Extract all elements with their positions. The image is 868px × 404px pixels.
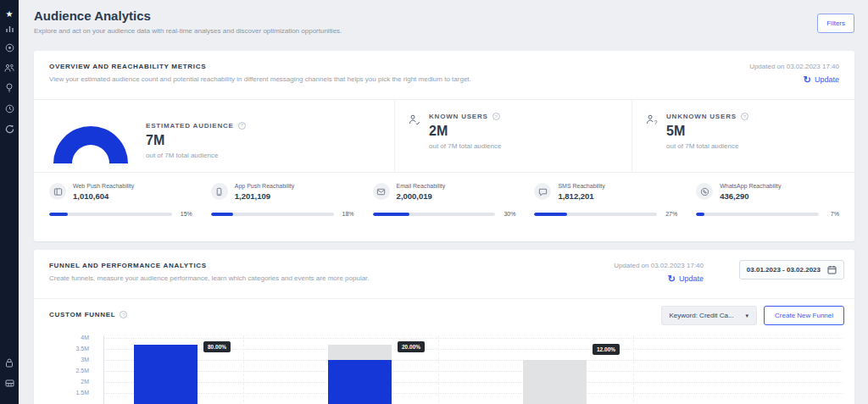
whatsapp-reachability: WhatsApp Reachability 436,290 7%	[696, 183, 839, 217]
info-icon[interactable]: ?	[492, 113, 500, 120]
overview-description: View your estimated audience count and p…	[49, 75, 839, 83]
estimated-audience-caption: out of 7M total audience	[146, 152, 246, 159]
estimated-audience-metric: ESTIMATED AUDIENCE ? 7M out of 7M total …	[34, 100, 394, 172]
create-new-funnel-button[interactable]: Create New Funnel	[764, 306, 844, 325]
chevron-down-icon: ▾	[746, 313, 749, 319]
web-push-progress	[49, 213, 172, 216]
sms-reachability: SMS Reachability 1,812,201 27%	[534, 183, 677, 217]
web-push-reachability: Web Push Reachability 1,010,604 15%	[49, 183, 192, 217]
funnel-bar-step-3	[523, 330, 587, 404]
overview-title: OVERVIEW AND REACHABILITY METRICS	[49, 63, 839, 70]
page-title: Audience Analytics	[34, 8, 854, 23]
whatsapp-progress	[696, 213, 819, 216]
info-icon[interactable]: ?	[741, 113, 748, 120]
star-icon[interactable]: ★	[0, 8, 19, 21]
calendar-icon	[827, 265, 837, 274]
conversion-badge: 20.00%	[398, 341, 425, 352]
date-range-picker[interactable]: 03.01.2023 - 03.02.2023	[739, 260, 844, 279]
y-tick: 2M	[81, 379, 89, 385]
user-question-icon: ?	[646, 113, 658, 172]
web-push-value: 1,010,604	[73, 191, 134, 201]
conversion-badge: 80.00%	[203, 341, 231, 352]
app-push-progress	[211, 213, 334, 216]
overview-update-label: Update	[815, 75, 839, 84]
email-reachability: Email Reachability 2,000,019 30%	[373, 183, 516, 217]
unknown-users-caption: out of 7M total audience	[666, 142, 748, 150]
web-push-percent: 15%	[179, 211, 192, 217]
filters-button[interactable]: Filters	[817, 14, 854, 33]
funnel-updated-timestamp: Updated on 03.02.2023 17:40	[614, 262, 704, 269]
funnel-update-label: Update	[679, 274, 704, 283]
funnel-bar-step-1	[134, 330, 198, 404]
web-push-icon	[49, 183, 66, 200]
grid-icon[interactable]	[0, 376, 19, 390]
custom-funnel-label: CUSTOM FUNNEL	[49, 311, 115, 318]
app-push-label: App Push Reachability	[235, 183, 294, 189]
app-push-reachability: App Push Reachability 1,201,109 18%	[211, 183, 354, 217]
estimated-audience-label: ESTIMATED AUDIENCE	[146, 122, 234, 130]
date-range-value: 03.01.2023 - 03.02.2023	[747, 266, 821, 274]
whatsapp-value: 436,290	[720, 191, 781, 201]
overview-card: OVERVIEW AND REACHABILITY METRICS View y…	[34, 51, 854, 241]
overview-card-header: OVERVIEW AND REACHABILITY METRICS View y…	[34, 51, 854, 100]
keyword-dropdown-value: Keyword: Credit Ca...	[670, 312, 734, 319]
info-icon[interactable]: ?	[120, 311, 127, 318]
overview-updated-timestamp: Updated on 03.02.2023 17:40	[749, 63, 839, 70]
y-tick: 2.5M	[75, 368, 89, 374]
email-label: Email Reachability	[397, 183, 446, 189]
estimated-audience-value: 7M	[146, 133, 246, 148]
email-icon	[373, 183, 390, 200]
refresh-icon[interactable]	[0, 122, 19, 136]
bar-chart-icon[interactable]	[0, 21, 19, 35]
chart-y-axis-labels: 4M 3.5M 3M 2.5M 2M 1.5M	[51, 330, 89, 404]
sms-percent: 27%	[664, 211, 677, 217]
y-tick: 3.5M	[75, 346, 89, 351]
lock-icon[interactable]	[0, 356, 19, 369]
sms-icon	[534, 183, 551, 200]
web-push-label: Web Push Reachability	[73, 183, 134, 189]
y-tick: 4M	[81, 335, 89, 340]
sms-progress	[534, 213, 657, 216]
app-push-percent: 18%	[341, 211, 354, 217]
known-users-caption: out of 7M total audience	[429, 142, 501, 150]
lightbulb-icon[interactable]	[0, 81, 19, 95]
clock-icon[interactable]	[0, 102, 19, 115]
info-icon[interactable]: ?	[238, 122, 246, 130]
email-progress	[373, 213, 496, 216]
audience-metrics-row: ESTIMATED AUDIENCE ? 7M out of 7M total …	[34, 100, 854, 172]
y-tick: 3M	[81, 357, 89, 362]
chart-plot-area: 80.00% 20.00% 12.00%	[103, 330, 843, 404]
sms-value: 1,812,201	[558, 191, 604, 201]
sms-label: SMS Reachability	[558, 183, 604, 189]
unknown-users-label: UNKNOWN USERS	[666, 113, 737, 120]
audience-donut-chart	[51, 124, 131, 164]
custom-funnel-toolbar: CUSTOM FUNNEL ? Keyword: Credit Ca... ▾ …	[34, 299, 854, 327]
conversion-badge: 12.00%	[593, 344, 620, 355]
funnel-chart: 4M 3.5M 3M 2.5M 2M 1.5M	[34, 330, 854, 404]
email-value: 2,000,019	[397, 191, 446, 201]
funnel-description: Create funnels, measure your audience pe…	[49, 274, 839, 282]
email-percent: 30%	[502, 211, 515, 217]
refresh-icon: ↻	[668, 274, 676, 283]
keyword-dropdown[interactable]: Keyword: Credit Ca... ▾	[661, 306, 758, 325]
reachability-row: Web Push Reachability 1,010,604 15% App …	[34, 172, 854, 217]
whatsapp-label: WhatsApp Reachability	[720, 183, 781, 189]
unknown-users-value: 5M	[666, 124, 748, 139]
target-icon[interactable]	[0, 41, 19, 54]
overview-update-button[interactable]: ↻ Update	[804, 75, 839, 84]
app-push-value: 1,201,109	[235, 191, 294, 201]
page-header: Audience Analytics Explore and act on yo…	[34, 8, 854, 35]
funnel-bar-step-2	[328, 330, 392, 404]
y-tick: 1.5M	[75, 390, 89, 396]
funnel-card-header: FUNNEL AND PERFORMANCE ANALYTICS Create …	[34, 250, 854, 299]
users-icon[interactable]	[0, 61, 19, 75]
funnel-update-button[interactable]: ↻ Update	[668, 274, 704, 283]
svg-text:?: ?	[654, 119, 658, 125]
whatsapp-icon	[696, 183, 713, 200]
user-check-icon	[409, 113, 420, 172]
whatsapp-percent: 7%	[826, 211, 839, 217]
refresh-icon: ↻	[804, 75, 811, 84]
page-subtitle: Explore and act on your audience data wi…	[34, 27, 854, 35]
sidebar: ★	[0, 0, 19, 404]
funnel-card: FUNNEL AND PERFORMANCE ANALYTICS Create …	[34, 250, 854, 404]
